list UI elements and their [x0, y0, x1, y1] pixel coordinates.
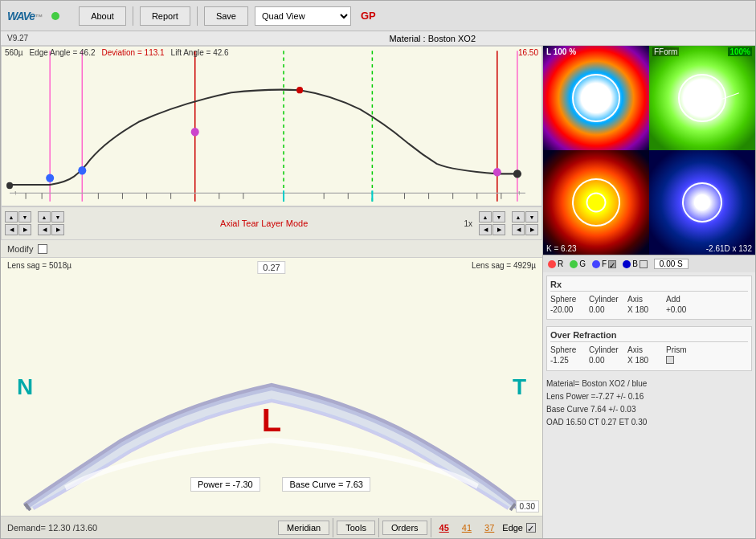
- status-dot: [51, 12, 59, 20]
- right-val-text: 16.50: [518, 48, 538, 57]
- or-v-cylinder: 0.00: [589, 356, 621, 365]
- zoom-label: 1x: [464, 219, 472, 228]
- edge-label: Edge: [502, 523, 523, 533]
- b-check[interactable]: [640, 260, 648, 268]
- image-top-right: FForm 100%: [649, 46, 755, 150]
- orders-button[interactable]: Orders: [382, 521, 427, 535]
- f-label: F: [602, 259, 607, 268]
- ctrl-btn-9[interactable]: ▲: [479, 211, 492, 223]
- svg-point-8: [46, 174, 54, 182]
- image-grid: L 100 % FForm 100% K = 6.23: [543, 46, 755, 255]
- top-graph: 560µ Edge Angle = 46.2 Deviation = 113.1…: [1, 46, 542, 206]
- ctrl-btn-14[interactable]: ▼: [525, 211, 538, 223]
- info-text: Material= Boston XO2 / blue Lens Power =…: [546, 378, 752, 429]
- view-select[interactable]: Quad View: [255, 6, 351, 26]
- color-legend: R G F ✓ B 0.00 S: [543, 255, 755, 272]
- f-check[interactable]: ✓: [608, 260, 616, 268]
- r-label: R: [558, 259, 563, 268]
- or-v-sphere: -1.25: [550, 356, 582, 365]
- base-curve-box: Base Curve = 7.63: [282, 477, 370, 492]
- app-logo: WAVe™: [7, 10, 42, 22]
- edge-val-text: 560µ: [5, 48, 22, 57]
- controls-bar: ▲ ▼ ◀ ▶ ▲ ▼ ◀ ▶: [1, 206, 542, 240]
- n-label: N: [17, 374, 33, 400]
- ctrl-btn-12[interactable]: ▶: [492, 224, 505, 235]
- or-h-prism: Prism: [666, 345, 698, 354]
- or-v-axis: X 180: [627, 356, 660, 365]
- img-label-tr: FForm: [652, 47, 679, 56]
- link-41[interactable]: 41: [457, 521, 476, 534]
- ctrl-btn-3[interactable]: ◀: [5, 224, 18, 235]
- img-label-tl: L 100 %: [546, 47, 576, 56]
- ctrl-btn-8[interactable]: ▶: [51, 224, 64, 235]
- material-text: Material : Boston XO2: [389, 34, 749, 43]
- demand-text: Demand= 12.30 /13.60: [7, 523, 97, 533]
- f-dot: [592, 260, 600, 268]
- rx-v-sphere: -20.00: [550, 305, 582, 314]
- rx-title: Rx: [550, 280, 748, 292]
- t-label: T: [513, 374, 526, 400]
- r-dot: [548, 260, 556, 268]
- rx-h-sphere: Sphere: [550, 295, 582, 304]
- ctrl-btn-16[interactable]: ▶: [525, 224, 538, 235]
- or-h-sphere: Sphere: [550, 345, 582, 354]
- rx-headers: Sphere Cylinder Axis Add: [550, 295, 748, 304]
- g-label: G: [579, 259, 586, 268]
- link-45[interactable]: 45: [435, 521, 454, 534]
- rx-h-cylinder: Cylinder: [589, 295, 621, 304]
- meridian-button[interactable]: Meridian: [278, 521, 329, 535]
- img-percent-tr: 100%: [728, 47, 752, 56]
- svg-text:↑: ↑: [14, 190, 17, 197]
- ctrl-btn-15[interactable]: ◀: [512, 224, 525, 235]
- ctrl-btn-6[interactable]: ▼: [51, 211, 64, 223]
- svg-point-11: [493, 168, 501, 176]
- center-val: 0.27: [257, 261, 285, 274]
- ctrl-btn-13[interactable]: ▲: [512, 211, 525, 223]
- svg-point-9: [78, 166, 86, 174]
- svg-text:↑: ↑: [517, 190, 521, 197]
- rx-v-add: +0.00: [666, 305, 698, 314]
- or-h-axis: Axis: [627, 345, 660, 354]
- image-bottom-right: -2.61D x 132: [649, 150, 755, 255]
- svg-point-13: [6, 182, 13, 189]
- ctrl-btn-10[interactable]: ▼: [492, 211, 505, 223]
- bottom-graph: Lens sag = 5018µ Lens sag = 4929µ 0.27 N…: [1, 258, 542, 516]
- info-line-4: OAD 16.50 CT 0.27 ET 0.30: [546, 416, 752, 429]
- info-line-3: Base Curve 7.64 +/- 0.03: [546, 403, 752, 416]
- svg-point-10: [191, 128, 199, 136]
- modify-label: Modify: [7, 244, 33, 254]
- svg-point-12: [513, 169, 521, 178]
- circle-overlay-tr: [678, 74, 726, 122]
- rx-values: -20.00 0.00 X 180 +0.00: [550, 305, 748, 314]
- rx-h-axis: Axis: [627, 295, 660, 304]
- b-label: B: [632, 259, 638, 268]
- svg-point-14: [296, 87, 303, 93]
- ctrl-btn-2[interactable]: ▼: [18, 211, 31, 223]
- tools-button[interactable]: Tools: [337, 521, 375, 535]
- s-val: 0.00 S: [654, 259, 689, 269]
- link-37[interactable]: 37: [480, 521, 499, 534]
- report-button[interactable]: Report: [140, 6, 190, 26]
- or-v-prism: [666, 356, 698, 365]
- prism-check[interactable]: [666, 356, 674, 364]
- save-button[interactable]: Save: [204, 6, 248, 26]
- ctrl-btn-5[interactable]: ▲: [38, 211, 51, 223]
- axial-label: Axial Tear Layer Mode: [67, 218, 460, 228]
- over-refraction-section: Over Refraction Sphere Cylinder Axis Pri…: [546, 326, 752, 371]
- edge-checkbox[interactable]: ✓: [526, 523, 536, 533]
- rx-section: Rx Sphere Cylinder Axis Add -20.00 0.00 …: [546, 276, 752, 320]
- over-ref-headers: Sphere Cylinder Axis Prism: [550, 345, 748, 354]
- corner-val: 0.30: [516, 500, 539, 512]
- ctrl-btn-11[interactable]: ◀: [479, 224, 492, 235]
- image-bottom-left: K = 6.23: [543, 150, 649, 255]
- version-text: V9.27: [7, 34, 28, 43]
- ctrl-btn-1[interactable]: ▲: [5, 211, 18, 223]
- modify-checkbox[interactable]: [38, 244, 47, 254]
- power-box: Power = -7.30: [190, 477, 260, 492]
- over-ref-values: -1.25 0.00 X 180: [550, 356, 748, 365]
- ctrl-btn-4[interactable]: ▶: [18, 224, 31, 235]
- l-label: L: [262, 402, 281, 439]
- about-button[interactable]: About: [79, 6, 126, 26]
- img-d-val: -2.61D x 132: [706, 244, 752, 253]
- ctrl-btn-7[interactable]: ◀: [38, 224, 51, 235]
